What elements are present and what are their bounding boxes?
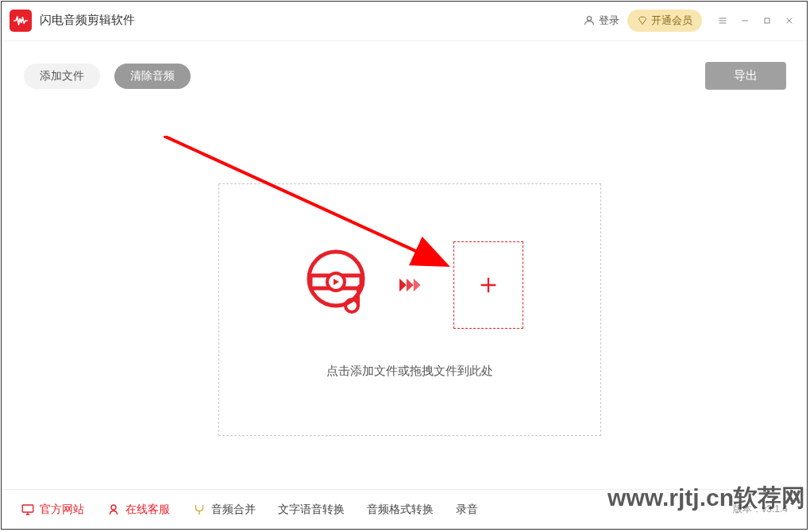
official-site-link[interactable]: 官方网站 — [21, 503, 84, 517]
watermark: www.rjtj.cn软荐网 — [608, 482, 805, 515]
plus-icon — [477, 274, 499, 296]
merge-icon — [192, 503, 206, 517]
monitor-icon — [21, 503, 35, 517]
record-label: 录音 — [456, 503, 478, 517]
toolbar: 添加文件 清除音频 导出 — [0, 41, 810, 107]
vip-label: 开通会员 — [651, 13, 692, 28]
close-icon — [785, 16, 794, 25]
svg-rect-11 — [22, 505, 33, 512]
clear-audio-button[interactable]: 清除音频 — [114, 64, 191, 89]
online-service-label: 在线客服 — [125, 503, 170, 517]
svg-marker-7 — [407, 278, 414, 291]
menu-button[interactable] — [712, 10, 734, 32]
user-icon — [583, 14, 596, 27]
waveform-icon — [13, 13, 29, 29]
login-button[interactable]: 登录 — [583, 13, 619, 28]
drop-zone[interactable]: 点击添加文件或拖拽文件到此处 — [218, 183, 601, 436]
diamond-icon — [637, 15, 648, 26]
maximize-button[interactable] — [756, 10, 778, 32]
format-convert-label: 音频格式转换 — [367, 503, 434, 517]
audio-merge-label: 音频合并 — [211, 503, 256, 517]
format-convert-link[interactable]: 音频格式转换 — [367, 503, 434, 517]
record-link[interactable]: 录音 — [456, 503, 478, 517]
svg-point-0 — [587, 16, 591, 20]
arrows-icon — [399, 273, 430, 297]
media-disc-icon — [296, 244, 376, 326]
drop-hint-text: 点击添加文件或拖拽文件到此处 — [326, 364, 493, 379]
svg-marker-8 — [414, 278, 421, 291]
audio-merge-link[interactable]: 音频合并 — [192, 503, 256, 517]
menu-icon — [718, 16, 727, 25]
plus-box — [453, 241, 523, 329]
close-button[interactable] — [778, 10, 800, 32]
svg-rect-1 — [765, 18, 770, 23]
login-label: 登录 — [599, 13, 619, 28]
vip-button[interactable]: 开通会员 — [627, 10, 702, 32]
maximize-icon — [762, 16, 772, 25]
official-site-label: 官方网站 — [40, 503, 84, 517]
tts-link[interactable]: 文字语音转换 — [278, 503, 345, 517]
minimize-button[interactable] — [734, 10, 756, 32]
drop-illustration — [296, 241, 523, 329]
minimize-icon — [740, 16, 750, 25]
export-button[interactable]: 导出 — [705, 62, 786, 90]
tts-label: 文字语音转换 — [278, 503, 345, 517]
titlebar: 闪电音频剪辑软件 登录 开通会员 — [0, 0, 810, 41]
online-service-link[interactable]: 在线客服 — [106, 503, 170, 517]
app-title: 闪电音频剪辑软件 — [40, 13, 135, 28]
main-area: 点击添加文件或拖拽文件到此处 — [0, 107, 810, 496]
svg-point-12 — [111, 505, 116, 510]
app-logo — [10, 10, 32, 32]
svg-marker-6 — [399, 278, 407, 291]
headset-icon — [106, 503, 121, 517]
add-file-button[interactable]: 添加文件 — [24, 64, 100, 89]
